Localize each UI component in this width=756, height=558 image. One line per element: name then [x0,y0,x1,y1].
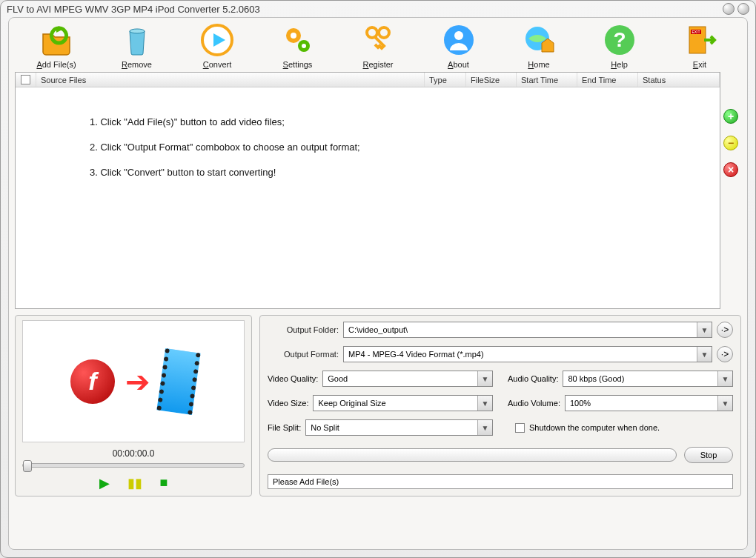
flash-icon: f [70,359,115,404]
column-type[interactable]: Type [425,73,466,87]
register-button[interactable]: Register [341,22,415,69]
trash-icon [119,22,155,58]
preview-pane: f ➔ 00:00:00.0 ▶ ▮▮ ■ [15,315,252,496]
audio-quality-label: Audio Quality: [508,374,558,383]
output-folder-label: Output Folder: [268,325,339,334]
convert-button[interactable]: Convert [180,22,254,69]
help-button[interactable]: ? Help [583,22,657,69]
chevron-down-icon[interactable]: ▼ [477,371,492,386]
output-format-options-button[interactable]: ·> [717,346,733,362]
audio-volume-combo[interactable]: 100%▼ [565,395,733,411]
pause-button[interactable]: ▮▮ [127,475,142,491]
audio-quality-combo[interactable]: 80 kbps (Good)▼ [563,371,733,387]
column-status[interactable]: Status [638,73,720,87]
svg-point-0 [130,29,145,33]
stop-playback-button[interactable]: ■ [160,475,168,491]
output-folder-browse-button[interactable]: ·> [717,322,733,338]
select-all-checkbox[interactable] [21,75,30,84]
seek-bar[interactable] [22,463,245,468]
svg-text:EXIT: EXIT [692,30,700,34]
gears-icon [280,22,316,58]
minimize-button[interactable] [723,3,735,15]
column-filesize[interactable]: FileSize [466,73,517,87]
column-start-time[interactable]: Start Time [517,73,577,87]
instruction-3: 3. Click "Convert" button to start conve… [90,160,720,185]
shutdown-label: Shutdown the computer when done. [529,423,660,432]
shutdown-checkbox[interactable] [515,423,525,433]
list-add-button[interactable]: + [723,109,738,124]
video-size-label: Video Size: [268,399,308,408]
video-quality-combo[interactable]: Good▼ [322,371,493,387]
settings-label: Settings [283,60,313,69]
home-label: Home [528,60,549,69]
stop-button[interactable]: Stop [684,447,733,463]
window-controls [723,3,749,15]
close-button[interactable] [737,3,749,15]
play-button[interactable]: ▶ [99,475,110,491]
arrow-right-icon: ➔ [125,365,150,399]
door-exit-icon: EXIT [682,22,717,58]
home-button[interactable]: Home [502,22,576,69]
remove-label: Remove [122,60,152,69]
column-end-time[interactable]: End Time [577,73,638,87]
add-files-button[interactable]: Add File(s) [19,22,93,69]
seek-thumb[interactable] [23,460,32,472]
exit-button[interactable]: EXIT Exit [663,22,737,69]
output-folder-combo[interactable]: C:\video_output\▼ [343,322,712,338]
svg-point-9 [454,31,463,40]
titlebar: FLV to AVI MPEG WMV 3GP MP4 iPod Convert… [1,1,755,17]
about-button[interactable]: About [422,22,496,69]
file-list[interactable]: Source Files Type FileSize Start Time En… [15,72,720,309]
instruction-1: 1. Click "Add File(s)" button to add vid… [90,110,720,135]
instruction-2: 2. Click "Output Format" combobox to cho… [90,135,720,160]
chevron-down-icon[interactable]: ▼ [717,371,732,386]
chevron-down-icon[interactable]: ▼ [697,322,712,337]
chevron-down-icon[interactable]: ▼ [697,347,712,362]
shutdown-checkbox-row[interactable]: Shutdown the computer when done. [515,423,660,433]
about-label: About [448,60,469,69]
user-circle-icon [441,22,477,58]
svg-point-7 [379,27,389,38]
list-header: Source Files Type FileSize Start Time En… [16,73,720,87]
column-checkbox[interactable] [16,73,36,87]
svg-point-3 [291,33,296,39]
file-list-area: Source Files Type FileSize Start Time En… [15,72,741,309]
chevron-down-icon[interactable]: ▼ [477,420,492,435]
chevron-down-icon[interactable]: ▼ [477,396,492,411]
preview-time: 00:00:00.0 [113,448,155,459]
remove-button[interactable]: Remove [100,22,174,69]
add-files-label: Add File(s) [36,60,76,69]
output-format-combo[interactable]: MP4 - MPEG-4 Video Format (*.mp4)▼ [343,346,712,362]
svg-point-5 [302,44,306,48]
video-size-combo[interactable]: Keep Original Size▼ [313,395,493,411]
playback-controls: ▶ ▮▮ ■ [99,475,168,491]
globe-home-icon [521,22,557,58]
help-label: Help [611,60,628,69]
keys-icon [360,22,396,58]
file-split-combo[interactable]: No Split▼ [305,419,493,436]
folder-add-icon [39,22,74,58]
film-strip-icon [156,348,200,415]
chevron-down-icon[interactable]: ▼ [717,396,732,411]
bottom-panel: f ➔ 00:00:00.0 ▶ ▮▮ ■ Output Folder: C:\… [15,315,741,496]
audio-volume-label: Audio Volume: [508,399,560,408]
register-label: Register [363,60,394,69]
help-circle-icon: ? [602,22,637,58]
list-side-buttons: + − × [720,72,741,309]
video-quality-label: Video Quality: [268,374,318,383]
list-remove-button[interactable]: − [723,136,738,150]
column-source[interactable]: Source Files [36,73,425,87]
list-delete-button[interactable]: × [723,162,738,177]
content-frame: Add File(s) Remove Convert Settings [8,17,748,550]
settings-button[interactable]: Settings [261,22,335,69]
file-split-label: File Split: [268,423,301,432]
main-toolbar: Add File(s) Remove Convert Settings [15,22,741,72]
preview-image: f ➔ [22,320,245,442]
convert-label: Convert [203,60,232,69]
window-title: FLV to AVI MPEG WMV 3GP MP4 iPod Convert… [7,4,723,15]
play-circle-icon [199,22,235,58]
svg-point-6 [367,27,377,38]
exit-label: Exit [693,60,706,69]
svg-text:?: ? [613,28,626,51]
app-window: FLV to AVI MPEG WMV 3GP MP4 iPod Convert… [0,0,756,558]
